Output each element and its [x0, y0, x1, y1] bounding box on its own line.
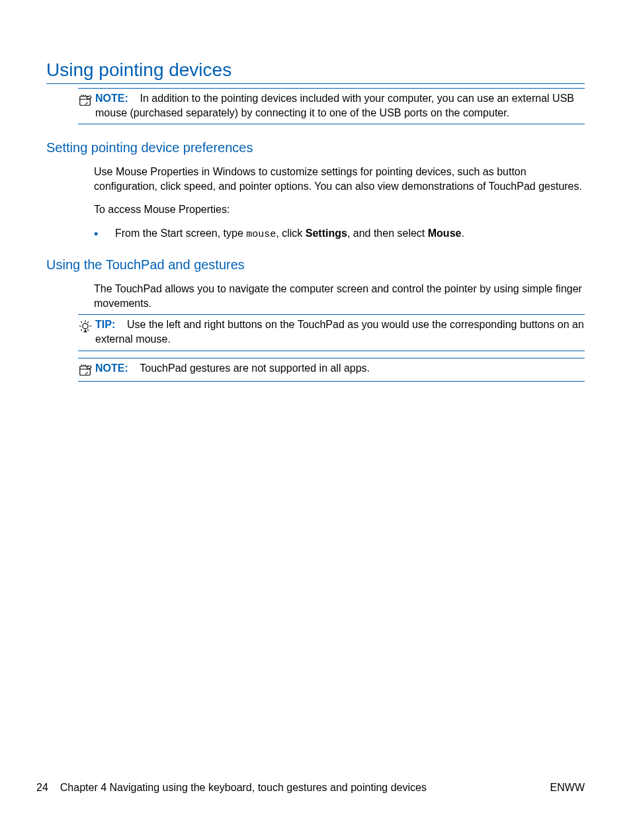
note-text-2: TouchPad gestures are not supported in a…: [140, 362, 370, 374]
mono-mouse: mouse: [246, 229, 276, 240]
chapter-title: Chapter 4 Navigating using the keyboard,…: [60, 782, 427, 794]
document-page: Using pointing devices NOTE: In addition…: [0, 0, 631, 840]
note-label: NOTE:: [95, 93, 128, 104]
heading-using-touchpad: Using the TouchPad and gestures: [46, 257, 585, 273]
paragraph-touchpad-navigate: The TouchPad allows you to navigate the …: [94, 282, 585, 310]
tip-text: Use the left and right buttons on the To…: [95, 319, 584, 345]
note-body-2: NOTE: TouchPad gestures are not supporte…: [95, 361, 370, 376]
note-icon: [78, 362, 93, 377]
page-footer: 24 Chapter 4 Navigating using the keyboa…: [36, 782, 585, 794]
bullet-item-start-screen: From the Start screen, type mouse, click…: [94, 226, 585, 241]
note-icon: [78, 93, 93, 107]
bold-mouse: Mouse: [428, 228, 462, 239]
note-touchpad-gestures: NOTE: TouchPad gestures are not supporte…: [78, 358, 585, 382]
note-label-2: NOTE:: [95, 362, 128, 374]
heading-setting-preferences: Setting pointing device preferences: [46, 140, 585, 155]
svg-point-1: [83, 323, 88, 329]
page-number: 24: [36, 782, 48, 794]
heading-using-pointing-devices: Using pointing devices: [46, 60, 585, 84]
note-external-mouse: NOTE: In addition to the pointing device…: [78, 88, 585, 124]
paragraph-access-mouse-properties: To access Mouse Properties:: [94, 202, 585, 217]
tip-touchpad-buttons: TIP: Use the left and right buttons on t…: [78, 314, 585, 351]
tip-label: TIP:: [95, 319, 115, 330]
note-text: In addition to the pointing devices incl…: [95, 93, 574, 118]
paragraph-mouse-properties: Use Mouse Properties in Windows to custo…: [94, 165, 585, 193]
bold-settings: Settings: [306, 228, 347, 239]
tip-body: TIP: Use the left and right buttons on t…: [95, 317, 585, 346]
bullet-list: From the Start screen, type mouse, click…: [94, 226, 585, 241]
note-body: NOTE: In addition to the pointing device…: [95, 91, 585, 120]
footer-lang: ENWW: [550, 782, 585, 794]
tip-icon: [78, 319, 93, 333]
